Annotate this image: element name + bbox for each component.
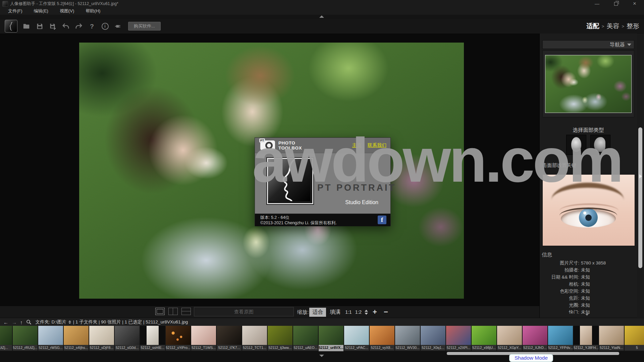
close-button[interactable]: × [625, 0, 644, 7]
plugin-button[interactable] [114, 22, 122, 30]
redo-icon [75, 22, 83, 30]
up-arrow-button[interactable]: ↑ [20, 319, 23, 325]
thumbnail-label: 52112_XGpY... [497, 345, 522, 351]
minimize-button[interactable]: — [588, 0, 606, 7]
menu-item[interactable]: 视图(V) [56, 7, 77, 15]
filmstrip-item[interactable]: 52112_vPAC... [344, 326, 369, 351]
filmstrip-item[interactable]: 52112_XGpY... [497, 326, 522, 351]
redo-button[interactable] [75, 22, 83, 30]
filmstrip-item[interactable]: 52112_t7K7... [217, 326, 241, 351]
filmstrip-item[interactable]: 52112_ur8VX... [319, 326, 343, 351]
zoom-1-2-button[interactable]: 1:2 [354, 308, 363, 316]
filmstrip-item[interactable]: 2_rRUiZj... [0, 326, 12, 351]
filmstrip-item[interactable]: 52112_tj3ww... [268, 326, 292, 351]
filmstrip-item[interactable]: 52112_vyX8... [370, 326, 394, 351]
filmstrip-item[interactable]: 52112_sDjF8... [89, 326, 114, 351]
panel-scrollbar-thumb[interactable] [638, 127, 642, 268]
thumbnail-label: 52112_YFPdv... [548, 345, 573, 351]
window-controls: — × [588, 0, 644, 7]
dialog-links: 主页 联系我们 [347, 142, 386, 148]
filmstrip-item[interactable]: 52112_rWSG... [38, 326, 63, 351]
panel-expand-arrow[interactable] [639, 174, 642, 178]
search-button[interactable] [26, 319, 32, 325]
filmstrip-item[interactable]: 52112_rRUiZj... [13, 326, 38, 351]
navigator-header[interactable]: 导航器 [542, 40, 634, 49]
collapse-toolbar-arrow[interactable] [319, 15, 324, 18]
undo-button[interactable] [62, 22, 70, 30]
navigator-thumbnail[interactable] [545, 55, 632, 113]
filmstrip-item[interactable]: 52112_X0q1... [421, 326, 445, 351]
thumbnail-frame [217, 326, 241, 345]
thumbnail-label: 52112_ssHIE... [140, 345, 165, 351]
zoom-fill-button[interactable]: 填满 [327, 308, 343, 317]
filmstrip-item[interactable]: 52112_WV30... [395, 326, 420, 351]
tab-separator: > [602, 24, 604, 29]
zoom-out-button[interactable]: − [380, 308, 391, 316]
face-type-front[interactable] [566, 135, 586, 155]
filmstrip-item[interactable]: 52112_YtatN... [599, 326, 624, 351]
filmstrip-item[interactable]: 52112_YJ8FH... [574, 326, 598, 351]
info-row-value: 未知 [581, 295, 590, 302]
filmstrip-item[interactable]: 52112_XJfrD... [523, 326, 547, 351]
app-logo-button[interactable] [5, 20, 17, 33]
collapse-filmstrip-arrow[interactable] [319, 355, 324, 357]
thumbnail-image [89, 326, 114, 345]
filmstrip-item[interactable]: 52112_YFPdv... [548, 326, 573, 351]
thumbnail-frame [395, 326, 420, 345]
zoom-1-1-button[interactable]: 1:1 [343, 308, 353, 316]
zoom-ratio-spinner[interactable] [365, 310, 368, 315]
layout-vertical-split-button[interactable] [168, 308, 178, 315]
filmstrip-item[interactable]: 5 [625, 326, 644, 351]
buy-software-button[interactable]: 购买软件... [128, 22, 161, 31]
info-row: 快门:未知 [540, 309, 634, 314]
save-button[interactable] [36, 22, 44, 30]
thumbnail-image [421, 326, 445, 345]
eye-preview[interactable] [542, 174, 635, 246]
open-folder-button[interactable] [22, 22, 31, 30]
mode-tab[interactable]: 美容 [606, 22, 619, 31]
info-row: 图片尺寸:5780 x 3858 [540, 259, 634, 266]
folder-path[interactable]: 文件夹: D:\图片 [36, 319, 66, 324]
thumbnail-frame [548, 326, 573, 345]
info-row-value: 5780 x 3858 [581, 259, 606, 266]
info-row-label: 相机: [540, 281, 579, 288]
pt-badge: PT [259, 138, 265, 142]
save-as-button[interactable] [49, 22, 57, 30]
folder-spinner[interactable] [68, 320, 71, 324]
menu-item[interactable]: 文件(F) [5, 7, 26, 15]
filmstrip: 2_rRUiZj...52112_rRUiZj...52112_rWSG...5… [0, 326, 644, 351]
filmstrip-item[interactable]: 52112_x2XPl... [446, 326, 471, 351]
face-type-profile[interactable] [590, 135, 610, 155]
layout-horizontal-split-button[interactable] [181, 308, 191, 315]
back-arrow-button[interactable]: ← [3, 319, 8, 325]
filmstrip-item[interactable]: 52112_ssHIE... [140, 326, 165, 351]
layout-single-button[interactable] [155, 308, 165, 315]
filmstrip-item[interactable]: 52112_s4Ijhs... [64, 326, 89, 351]
filmstrip-item[interactable]: 52112_sG0d... [115, 326, 140, 351]
mode-tab[interactable]: 适配 [587, 22, 599, 31]
zoom-fit-button[interactable]: 适合 [309, 308, 326, 317]
forward-arrow-button[interactable]: → [12, 319, 17, 325]
view-original-button[interactable]: 查看原图 [194, 307, 294, 316]
thumbnail-frame [64, 326, 89, 345]
filmstrip-item[interactable]: 52112_x98jU... [472, 326, 496, 351]
contact-link[interactable]: 联系我们 [368, 142, 386, 148]
thumbnail-label: 52112_rRUiZj... [13, 345, 38, 351]
filmstrip-item[interactable]: 52112_sYiPro... [166, 326, 191, 351]
facebook-button[interactable]: f [378, 216, 386, 224]
about-button[interactable]: i [101, 22, 109, 30]
help-button[interactable]: ? [88, 22, 96, 30]
menu-item[interactable]: 编辑(E) [31, 7, 52, 15]
menu-item[interactable]: 帮助(H) [82, 7, 104, 15]
filmstrip-item[interactable]: 52112_TCT1... [242, 326, 267, 351]
thumbnail-label: 52112_s4Ijhs... [64, 345, 89, 351]
restore-button[interactable] [606, 0, 625, 7]
mode-tab[interactable]: 整形 [627, 22, 639, 31]
thumbnail-frame [13, 326, 38, 345]
thumbnail-frame [115, 326, 140, 345]
filmstrip-item[interactable]: 52112_uAEO... [293, 326, 318, 351]
zoom-label: 缩放: [297, 309, 309, 315]
filmstrip-item[interactable]: 52112_T1WS... [191, 326, 216, 351]
zoom-in-button[interactable]: + [369, 308, 380, 316]
home-link[interactable]: 主页 [352, 142, 362, 148]
